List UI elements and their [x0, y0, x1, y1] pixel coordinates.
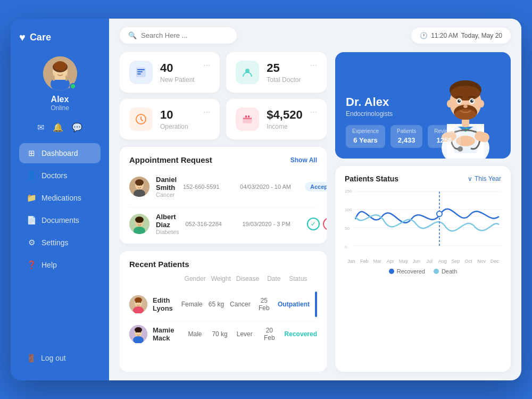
chart-label-nov: Nov: [475, 259, 488, 264]
patient-weight: 70 kg: [210, 330, 230, 338]
chart-label-dec: Dec: [488, 259, 502, 264]
new-patient-icon: [129, 61, 153, 84]
stat-value: $4,520: [267, 108, 302, 122]
header-time: 11:20 AM: [431, 32, 458, 39]
doctor-name: Dr. Alex: [346, 95, 500, 109]
chat-icon[interactable]: 💬: [72, 122, 82, 132]
sidebar-logo: ♥ Care: [19, 31, 101, 44]
chart-label-feb: Feb: [358, 259, 371, 264]
svg-point-31: [135, 217, 144, 223]
show-all-button[interactable]: Show All: [290, 156, 317, 164]
svg-rect-15: [137, 73, 141, 74]
patient-name: Edith Lyons: [153, 296, 176, 312]
chart-period-label: This Year: [475, 175, 501, 182]
appointment-actions: ✓ ✕: [307, 218, 327, 230]
sidebar-item-medications[interactable]: 📁 Medications: [19, 188, 101, 208]
doctor-stats: Experience 6 Years Patients 2,433 Review…: [346, 125, 500, 148]
legend-dot-death: [434, 269, 439, 274]
bell-icon[interactable]: 🔔: [53, 122, 63, 132]
patients-title: Recent Patients: [129, 260, 189, 269]
sidebar-item-doctors[interactable]: 👤 Doctors: [19, 165, 101, 186]
stat-value: 2,433: [398, 136, 415, 144]
svg-rect-11: [65, 76, 68, 81]
doctor-stat-experience: Experience 6 Years: [346, 125, 385, 148]
chart-label-apr: Apr: [384, 259, 397, 264]
stat-value: 1256: [437, 136, 452, 144]
stat-more-dots[interactable]: ···: [310, 107, 317, 117]
sidebar-item-documents[interactable]: 📄 Documents: [19, 210, 101, 230]
accept-button[interactable]: ✓: [307, 218, 320, 230]
doctor-stat-reviews: Reviews 1256: [428, 125, 461, 148]
chart-label-jan: Jan: [345, 259, 358, 264]
search-input[interactable]: [141, 31, 228, 39]
sidebar-item-settings[interactable]: ⚙ Settings: [19, 232, 101, 253]
stat-more-dots[interactable]: ···: [203, 61, 210, 70]
chart-label-may: May: [397, 259, 410, 264]
patient-gender: Male: [185, 330, 205, 338]
col-disease: Disease: [236, 275, 259, 282]
stat-info: 25 Total Doctor: [267, 61, 301, 84]
patient-date: 20 Feb: [260, 327, 279, 342]
legend-death: Death: [434, 268, 457, 275]
email-icon[interactable]: ✉: [37, 122, 44, 132]
search-bar[interactable]: 🔍: [120, 27, 237, 44]
svg-text:50: 50: [345, 226, 350, 231]
medications-icon: 📁: [27, 193, 36, 203]
svg-point-79: [437, 211, 442, 217]
svg-rect-18: [245, 115, 247, 118]
sidebar-action-icons: ✉ 🔔 💬: [19, 122, 101, 132]
chart-period-selector[interactable]: ∨ This Year: [468, 175, 501, 182]
right-column: Dr. Alex Endocrinologists Experience 6 Y…: [335, 52, 511, 372]
appointment-header: Appointment Request Show All: [129, 155, 317, 164]
profile-status: Online: [51, 104, 69, 112]
chart-area: 150 100 50 0: [345, 187, 501, 256]
appointment-name: Albert Diaz: [156, 213, 179, 229]
doctor-profile-card: Dr. Alex Endocrinologists Experience 6 Y…: [335, 52, 511, 159]
patient-avatar: [129, 325, 147, 343]
chart-label-jul: Jul: [423, 259, 436, 264]
stat-info: 40 New Patient: [160, 61, 195, 84]
reject-button[interactable]: ✕: [323, 218, 327, 230]
chevron-down-icon: ∨: [468, 175, 472, 182]
stat-more-dots[interactable]: ···: [310, 61, 317, 70]
svg-point-37: [135, 297, 142, 303]
recent-patients-card: Recent Patients Gender Weight Disease Da…: [120, 251, 327, 372]
header: 🔍 🕐 11:20 AM Today, May 20: [109, 19, 521, 52]
patients-header: Recent Patients: [129, 260, 317, 269]
profile-name: Alex: [51, 95, 69, 104]
app-wrapper: ♥ Care: [11, 19, 521, 380]
clock-icon: 🕐: [420, 32, 428, 39]
stat-label: Experience: [352, 128, 379, 134]
legend-label-death: Death: [442, 268, 457, 275]
stat-info: $4,520 Income: [267, 108, 302, 130]
doctor-specialty: Endocrinologists: [346, 110, 500, 118]
stat-label: Reviews: [434, 128, 454, 134]
legend-label-recovered: Recovered: [397, 268, 425, 275]
total-doctor-icon: [236, 61, 259, 84]
sidebar-item-label: Dashboard: [41, 149, 78, 157]
stat-card-income: $4,520 Income ···: [226, 99, 327, 139]
header-date-text: Today, May 20: [461, 32, 502, 39]
patient-status: Outpatient: [278, 301, 310, 308]
svg-rect-14: [137, 71, 143, 72]
sidebar-item-dashboard[interactable]: ⊞ Dashboard: [19, 143, 101, 163]
appointment-status: Accepted: [305, 182, 327, 192]
stat-card-total-doctor: 25 Total Doctor ···: [226, 52, 327, 93]
patient-gender: Female: [181, 301, 203, 308]
dashboard-icon: ⊞: [27, 148, 36, 158]
sidebar: ♥ Care: [11, 19, 109, 380]
appointment-item: Albert Diaz Diabetes 052-316-2284 19/03/…: [129, 213, 317, 235]
appointment-avatar: [129, 177, 149, 197]
chart-header: Patients Status ∨ This Year: [345, 174, 501, 183]
patient-row: Mamie Mack Male 70 kg Lever 20 Feb Recov…: [129, 321, 317, 347]
patient-avatar: [129, 295, 147, 313]
sidebar-item-help[interactable]: ❓ Help: [19, 255, 101, 275]
appointment-condition: Diabetes: [156, 229, 179, 235]
appointment-condition: Cancer: [156, 192, 177, 198]
appointment-item: Daniel Smith Cancer 152-660-5591 04/03/2…: [129, 171, 317, 207]
doctor-card-content: Dr. Alex Endocrinologists Experience 6 Y…: [346, 95, 500, 148]
stat-more-dots[interactable]: ···: [203, 107, 210, 117]
svg-rect-10: [53, 76, 55, 81]
logout-button[interactable]: 🚪 Log out: [19, 348, 101, 368]
logo-text: Care: [30, 32, 51, 43]
